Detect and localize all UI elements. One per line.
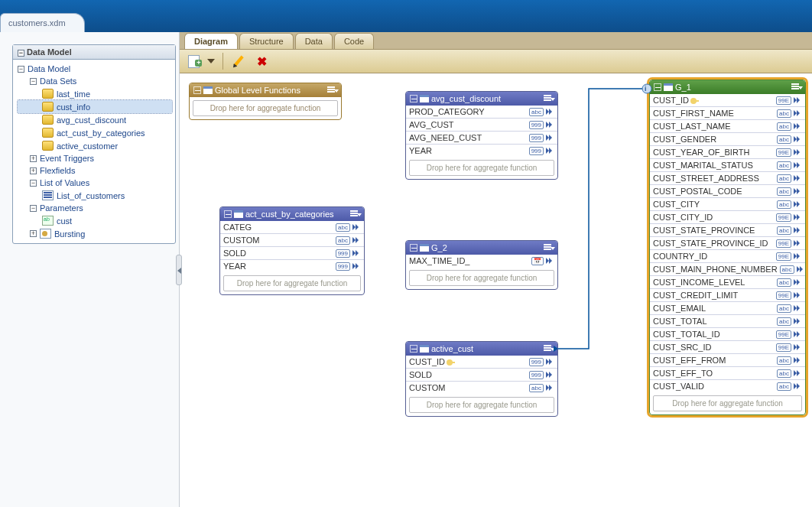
app-header: customers.xdm [0,0,812,32]
file-tab[interactable]: customers.xdm [0,13,85,32]
